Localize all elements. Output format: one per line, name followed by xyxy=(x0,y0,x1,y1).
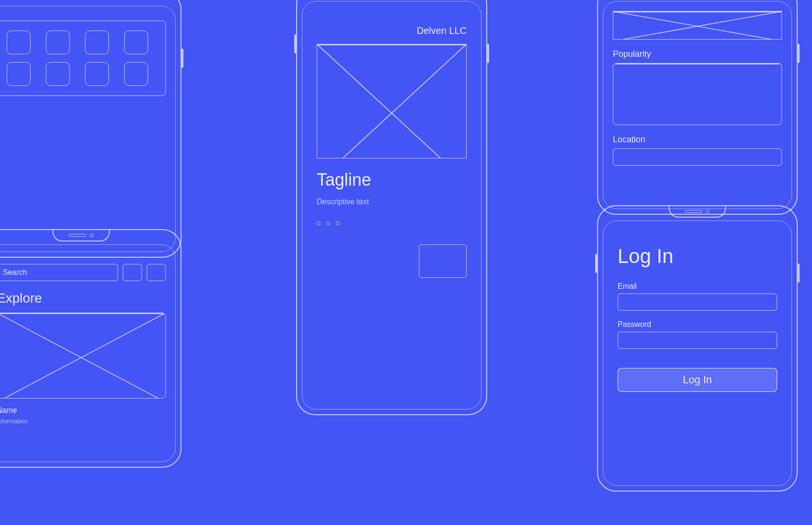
phone-notch-bottomleft xyxy=(53,230,110,242)
top-bar-x xyxy=(613,11,781,40)
carousel-dots xyxy=(317,221,467,225)
camera-bottomleft xyxy=(90,233,94,237)
svg-line-1 xyxy=(317,44,466,158)
side-button-center-right xyxy=(487,44,489,63)
app-icon[interactable] xyxy=(124,62,148,86)
top-bar-box xyxy=(613,11,782,40)
app-icon[interactable] xyxy=(7,62,31,86)
side-button-bottomright-right xyxy=(798,263,800,283)
dot-1 xyxy=(317,221,321,225)
side-button-center-left xyxy=(294,34,296,53)
side-button-right xyxy=(182,49,183,68)
item-name-label: Name xyxy=(0,406,17,414)
side-button-topright xyxy=(798,44,800,63)
search-placeholder: Search xyxy=(3,268,27,277)
login-title: Log In xyxy=(618,245,673,267)
password-input[interactable] xyxy=(618,332,777,349)
phone-notch-bottomright xyxy=(669,206,726,218)
hero-image-x xyxy=(317,44,466,158)
svg-line-5 xyxy=(0,313,165,399)
password-label: Password xyxy=(618,320,651,328)
location-input[interactable] xyxy=(613,148,782,166)
cta-button[interactable] xyxy=(419,244,467,278)
app-icon[interactable] xyxy=(124,31,148,54)
email-input[interactable] xyxy=(618,294,777,311)
hero-image-box xyxy=(317,44,467,158)
descriptive-text: Descriptive text xyxy=(317,198,369,206)
location-label: Location xyxy=(613,135,645,144)
explore-label: Explore xyxy=(0,291,42,305)
screen-bottomleft: Search Explore Name xyxy=(0,244,176,462)
phone-bottomright: Log In Email Password Log In xyxy=(597,205,798,492)
screen-topright: Popularity Location xyxy=(603,1,792,209)
search-input[interactable]: Search xyxy=(0,264,118,281)
app-icon[interactable] xyxy=(46,62,70,86)
phone-bottomleft: Search Explore Name xyxy=(0,229,182,468)
popularity-label: Popularity xyxy=(613,49,651,59)
dot-3 xyxy=(336,221,340,225)
camera-bottomright xyxy=(706,210,710,213)
explore-image-x xyxy=(0,313,165,399)
app-icon[interactable] xyxy=(85,31,109,54)
dot-2 xyxy=(326,221,330,225)
app-icon-grid xyxy=(0,21,166,96)
phone-topright: Popularity Location xyxy=(597,0,798,215)
filter-button-2[interactable] xyxy=(147,264,166,281)
screen-center: Delven LLC Tagline Descriptive text xyxy=(302,1,481,410)
filter-button-1[interactable] xyxy=(123,264,142,281)
speaker-bottomright xyxy=(685,210,702,213)
company-name: Delven LLC xyxy=(417,25,467,36)
popularity-box xyxy=(613,63,782,125)
tagline-text: Tagline xyxy=(317,170,371,189)
app-icon[interactable] xyxy=(7,31,31,54)
side-button-bottomright-left xyxy=(595,254,597,273)
item-info-label: Information xyxy=(0,418,28,425)
screen-topleft xyxy=(0,6,176,252)
login-button-label: Log In xyxy=(683,374,712,386)
explore-image-box xyxy=(0,313,166,399)
screen-bottomright: Log In Email Password Log In xyxy=(603,220,792,486)
svg-line-0 xyxy=(317,44,466,158)
speaker-bottomleft xyxy=(69,234,86,237)
login-button[interactable]: Log In xyxy=(618,368,777,392)
app-icon[interactable] xyxy=(85,62,109,86)
phone-center: Delven LLC Tagline Descriptive text xyxy=(296,0,487,415)
app-icon[interactable] xyxy=(46,31,70,54)
email-label: Email xyxy=(618,282,637,290)
phone-topleft xyxy=(0,0,182,258)
